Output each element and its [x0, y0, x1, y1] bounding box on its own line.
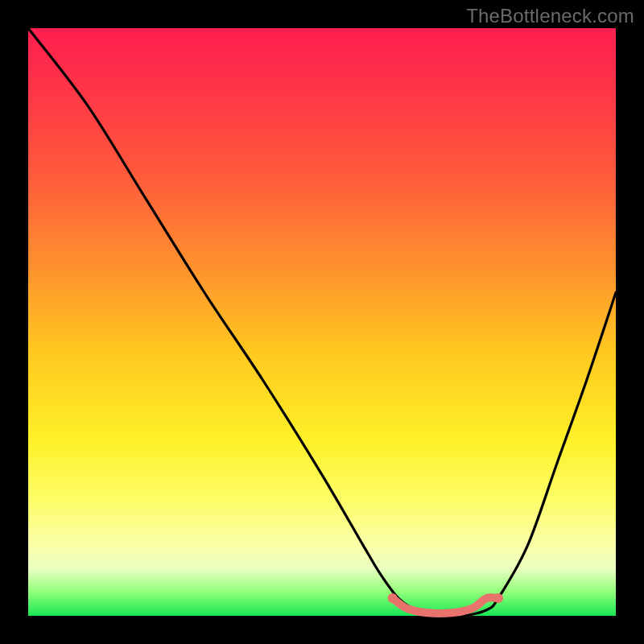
bottleneck-curve [28, 28, 616, 617]
chart-frame: TheBottleneck.com [0, 0, 644, 644]
plot-gradient-area [28, 28, 616, 616]
optimal-band-end-right [493, 593, 503, 603]
watermark-label: TheBottleneck.com [466, 5, 634, 27]
curve-layer [28, 28, 616, 616]
optimal-band-end-left [388, 593, 398, 603]
